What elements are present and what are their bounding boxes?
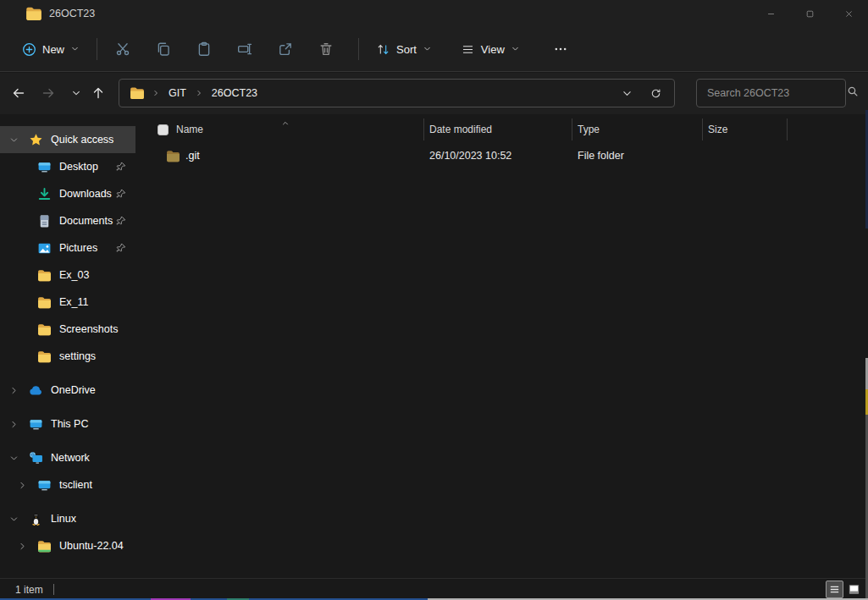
chevron-down-icon xyxy=(70,41,80,57)
folder-icon xyxy=(25,5,42,22)
chevron-down-icon[interactable] xyxy=(7,451,20,465)
address-dropdown-button[interactable] xyxy=(615,81,639,105)
monitor-icon xyxy=(37,478,52,493)
rename-button[interactable] xyxy=(228,34,262,64)
search-input[interactable] xyxy=(697,87,847,99)
breadcrumb-git[interactable]: GIT xyxy=(163,85,191,102)
item-count: 1 item xyxy=(15,584,43,596)
see-more-button[interactable] xyxy=(544,34,578,64)
sidebar-item-network[interactable]: Network xyxy=(0,444,135,471)
sidebar-item-pictures[interactable]: Pictures xyxy=(0,234,135,261)
up-button[interactable] xyxy=(85,80,112,107)
sidebar-item-documents[interactable]: Documents xyxy=(0,207,135,234)
sidebar-item-label: Screenshots xyxy=(59,323,135,335)
table-row[interactable]: .git 26/10/2023 10:52 File folder xyxy=(135,145,868,167)
close-button[interactable] xyxy=(829,0,868,27)
thumbnails-view-button[interactable] xyxy=(845,581,863,598)
address-bar[interactable]: GIT 26OCT23 xyxy=(119,79,675,107)
sidebar-item-label: Desktop xyxy=(59,161,115,173)
delete-button[interactable] xyxy=(309,34,343,64)
new-button-label: New xyxy=(42,43,64,56)
folder-icon xyxy=(37,322,52,337)
breadcrumb-26oct23[interactable]: 26OCT23 xyxy=(207,85,263,102)
sidebar-item-ex-11[interactable]: Ex_11 xyxy=(0,289,135,316)
back-icon xyxy=(12,86,25,100)
sidebar-item-tsclient[interactable]: tsclient xyxy=(0,471,135,498)
sidebar-item-label: Pictures xyxy=(59,242,115,254)
sidebar-item-label: Ex_03 xyxy=(59,269,135,281)
sidebar-item-screenshots[interactable]: Screenshots xyxy=(0,316,135,343)
column-header-date-modified[interactable]: Date modified xyxy=(424,118,572,140)
view-button[interactable]: View xyxy=(452,34,528,64)
sidebar-item-ubuntu-22-04[interactable]: Ubuntu-22.04 xyxy=(0,532,135,559)
file-type: File folder xyxy=(572,150,703,162)
chevron-down-icon xyxy=(511,41,520,57)
forward-button[interactable] xyxy=(35,80,62,107)
chevron-down-icon xyxy=(622,88,633,99)
chevron-right-icon[interactable] xyxy=(15,539,29,553)
sort-button-label: Sort xyxy=(396,43,417,56)
folder-icon xyxy=(130,85,145,101)
sidebar-item-desktop[interactable]: Desktop xyxy=(0,153,135,180)
sidebar-item-quick-access[interactable]: Quick access xyxy=(0,126,135,153)
paste-button[interactable] xyxy=(187,34,221,64)
sidebar-item-label: Network xyxy=(51,452,135,464)
onedrive-icon xyxy=(29,383,43,398)
column-header-size[interactable]: Size xyxy=(703,118,788,140)
sidebar-item-label: Downloads xyxy=(59,188,115,200)
sidebar-item-label: settings xyxy=(59,350,135,362)
navigation-row: GIT 26OCT23 xyxy=(0,73,868,114)
minimize-icon xyxy=(766,9,776,19)
refresh-icon xyxy=(650,88,661,99)
see-more-icon xyxy=(553,41,568,57)
search-icon[interactable] xyxy=(847,85,859,101)
column-header-label: Type xyxy=(578,124,600,135)
navigation-pane: Quick access Desktop Downloads Documents xyxy=(0,114,135,578)
view-icon xyxy=(461,42,475,57)
new-button[interactable]: New xyxy=(14,34,88,64)
share-button[interactable] xyxy=(268,34,302,64)
file-name: .git xyxy=(185,150,200,162)
copy-icon xyxy=(156,41,171,57)
pin-icon xyxy=(115,161,127,173)
cut-button[interactable] xyxy=(106,34,140,64)
sidebar-item-ex-03[interactable]: Ex_03 xyxy=(0,261,135,289)
chevron-down-icon xyxy=(71,88,81,98)
view-button-label: View xyxy=(481,43,505,56)
maximize-icon xyxy=(805,9,815,19)
details-view-icon xyxy=(828,583,841,596)
ubuntu-folder-icon xyxy=(37,539,52,553)
sidebar-item-label: OneDrive xyxy=(51,384,135,396)
file-explorer-window: 26OCT23 New Sort View xyxy=(0,0,868,600)
sidebar-item-this-pc[interactable]: This PC xyxy=(0,410,135,438)
network-icon xyxy=(29,451,43,465)
chevron-down-icon[interactable] xyxy=(7,133,20,146)
sidebar-item-label: Ex_11 xyxy=(59,296,135,308)
refresh-button[interactable] xyxy=(644,81,667,105)
chevron-down-icon[interactable] xyxy=(7,512,20,526)
folder-icon xyxy=(166,149,180,163)
chevron-right-icon[interactable] xyxy=(15,478,29,492)
column-header-name[interactable]: Name xyxy=(135,118,424,140)
sort-button[interactable]: Sort xyxy=(368,34,440,64)
maximize-button[interactable] xyxy=(790,0,829,27)
chevron-right-icon xyxy=(191,85,207,101)
back-button[interactable] xyxy=(5,80,32,107)
search-box xyxy=(696,79,846,107)
folder-icon xyxy=(37,295,52,310)
status-divider xyxy=(53,584,54,595)
copy-button[interactable] xyxy=(147,34,180,64)
sidebar-item-settings[interactable]: settings xyxy=(0,343,135,370)
sidebar-item-linux[interactable]: Linux xyxy=(0,505,135,532)
select-all-checkbox[interactable] xyxy=(158,124,169,135)
chevron-right-icon[interactable] xyxy=(7,383,20,397)
details-view-button[interactable] xyxy=(826,581,843,598)
desktop-icon xyxy=(37,160,52,174)
sidebar-item-onedrive[interactable]: OneDrive xyxy=(0,377,135,404)
toolbar-divider xyxy=(358,38,359,60)
column-header-type[interactable]: Type xyxy=(572,118,703,140)
minimize-button[interactable] xyxy=(751,0,790,27)
sidebar-item-downloads[interactable]: Downloads xyxy=(0,180,135,207)
sidebar-item-label: tsclient xyxy=(59,479,135,491)
chevron-right-icon[interactable] xyxy=(7,417,20,431)
